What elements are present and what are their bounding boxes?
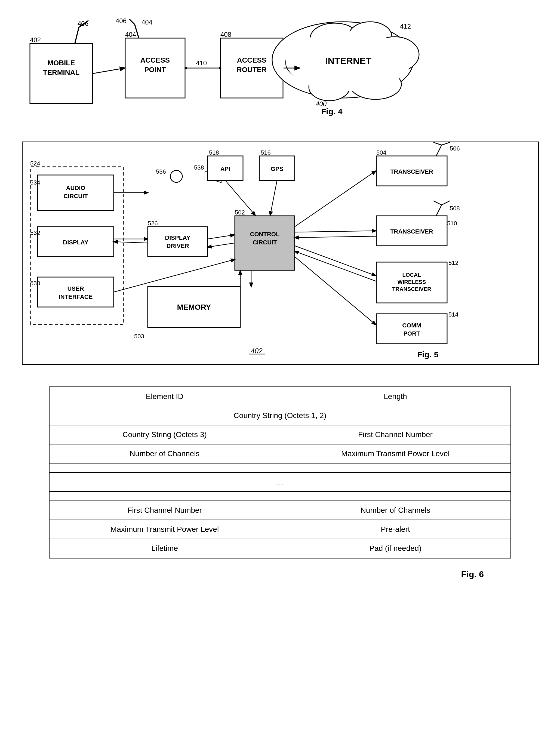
num-channels-left: Number of Channels [49, 444, 280, 463]
svg-line-100 [114, 242, 148, 243]
svg-text:TERMINAL: TERMINAL [43, 68, 80, 77]
pre-alert-right: Pre-alert [280, 520, 511, 539]
country-string-row: Country String (Octets 1, 2) [49, 406, 511, 425]
svg-line-111 [295, 236, 376, 238]
svg-line-87 [441, 201, 450, 205]
country-string-full: Country String (Octets 1, 2) [49, 406, 511, 425]
svg-text:Fig. 5: Fig. 5 [417, 350, 438, 359]
num-channels-right: Number of Channels [280, 501, 511, 520]
first-channel-row: First Channel Number Number of Channels [49, 501, 511, 520]
svg-text:518: 518 [209, 149, 219, 156]
svg-line-113 [295, 251, 376, 281]
svg-text:ACCESS: ACCESS [237, 56, 266, 64]
dots-row: ... [49, 472, 511, 492]
figure-4: MOBILE TERMINAL 402 406 ACCESS POINT 404… [22, 11, 538, 125]
num-channels-row: Number of Channels Maximum Transmit Powe… [49, 444, 511, 463]
svg-text:MOBILE: MOBILE [47, 59, 75, 67]
svg-line-109 [295, 171, 376, 227]
max-transmit-row: Maximum Transmit Power Level Pre-alert [49, 520, 511, 539]
fig6-table: Element ID Length Country String (Octets… [49, 386, 511, 558]
fig5-svg: 524 AUDIO CIRCUIT 534 538 536 DISPLAY 53… [23, 142, 540, 365]
svg-point-50 [170, 170, 182, 183]
svg-text:510: 510 [447, 220, 457, 227]
svg-rect-95 [376, 314, 447, 344]
figure-6: Element ID Length Country String (Octets… [49, 386, 511, 558]
fig6-caption: Fig. 6 [22, 570, 538, 579]
svg-text:USER: USER [67, 285, 84, 292]
svg-text:TRANSCEIVER: TRANSCEIVER [390, 228, 433, 235]
ref-402: 402 [30, 36, 41, 44]
svg-text:CIRCUIT: CIRCUIT [63, 193, 88, 199]
svg-text:406: 406 [78, 20, 88, 27]
svg-text:INTERNET: INTERNET [325, 56, 371, 66]
svg-rect-59 [148, 227, 208, 257]
svg-line-12 [129, 19, 135, 24]
svg-text:Fig. 4: Fig. 4 [321, 107, 343, 116]
svg-text:AUDIO: AUDIO [66, 185, 85, 191]
svg-text:API: API [220, 166, 231, 172]
pad-right: Pad (if needed) [280, 539, 511, 558]
svg-line-103 [208, 235, 234, 239]
max-transmit-left: Maximum Transmit Power Level [49, 520, 280, 539]
svg-text:406: 406 [116, 17, 127, 24]
svg-text:DISPLAY: DISPLAY [165, 234, 191, 241]
first-channel-left: First Channel Number [49, 501, 280, 520]
svg-text:538: 538 [194, 164, 204, 171]
svg-line-3 [75, 27, 79, 44]
lifetime-row: Lifetime Pad (if needed) [49, 539, 511, 558]
svg-text:MEMORY: MEMORY [177, 303, 211, 312]
svg-line-80 [441, 142, 450, 145]
svg-text:LOCAL: LOCAL [403, 272, 421, 278]
svg-text:512: 512 [448, 259, 458, 266]
svg-text:404: 404 [142, 19, 152, 26]
svg-line-110 [295, 231, 376, 232]
header-row: Element ID Length [49, 387, 511, 406]
svg-line-79 [436, 145, 441, 156]
svg-text:DRIVER: DRIVER [166, 242, 189, 249]
svg-text:CIRCUIT: CIRCUIT [253, 239, 277, 246]
svg-text:503: 503 [134, 333, 144, 340]
svg-text:DISPLAY: DISPLAY [63, 239, 88, 246]
svg-text:COMM: COMM [402, 322, 421, 329]
svg-text:516: 516 [261, 149, 271, 156]
svg-line-114 [295, 257, 376, 325]
svg-line-15 [93, 68, 125, 73]
header-element-id: Element ID [49, 387, 280, 406]
svg-line-88 [433, 201, 441, 205]
svg-text:526: 526 [148, 220, 158, 227]
svg-text:532: 532 [30, 230, 40, 236]
svg-text:408: 408 [220, 31, 231, 38]
svg-text:ROUTER: ROUTER [237, 66, 267, 74]
svg-text:412: 412 [400, 23, 411, 30]
header-length: Length [280, 387, 511, 406]
svg-line-86 [436, 205, 441, 216]
fig6-title-text: Fig. 6 [461, 570, 484, 579]
svg-text:508: 508 [450, 205, 460, 212]
svg-text:530: 530 [30, 280, 40, 286]
spacer-row1 [49, 463, 511, 472]
svg-text:506: 506 [450, 145, 460, 152]
svg-text:TRANSCEIVER: TRANSCEIVER [390, 168, 433, 175]
fig4-svg: MOBILE TERMINAL 402 406 ACCESS POINT 404… [22, 11, 560, 125]
svg-line-106 [270, 180, 277, 215]
svg-text:INTERFACE: INTERFACE [59, 293, 93, 300]
svg-line-104 [208, 243, 234, 247]
country-octets3-row: Country String (Octets 3) First Channel … [49, 425, 511, 444]
svg-text:504: 504 [376, 149, 386, 156]
svg-text:404: 404 [125, 31, 136, 38]
svg-text:TRANSCEIVER: TRANSCEIVER [392, 286, 431, 292]
svg-text:534: 534 [30, 179, 40, 186]
lifetime-left: Lifetime [49, 539, 280, 558]
svg-text:410: 410 [196, 59, 207, 67]
svg-text:502: 502 [235, 209, 245, 216]
svg-line-81 [433, 142, 441, 145]
svg-text:WIRELESS: WIRELESS [397, 279, 426, 285]
svg-text:536: 536 [156, 168, 166, 175]
svg-text:GPS: GPS [271, 166, 283, 172]
spacer-row2 [49, 492, 511, 501]
max-transmit-right: Maximum Transmit Power Level [280, 444, 511, 463]
svg-text:524: 524 [30, 160, 40, 167]
svg-text:402: 402 [251, 347, 263, 355]
svg-text:CONTROL: CONTROL [250, 231, 280, 238]
svg-text:PORT: PORT [403, 330, 420, 337]
